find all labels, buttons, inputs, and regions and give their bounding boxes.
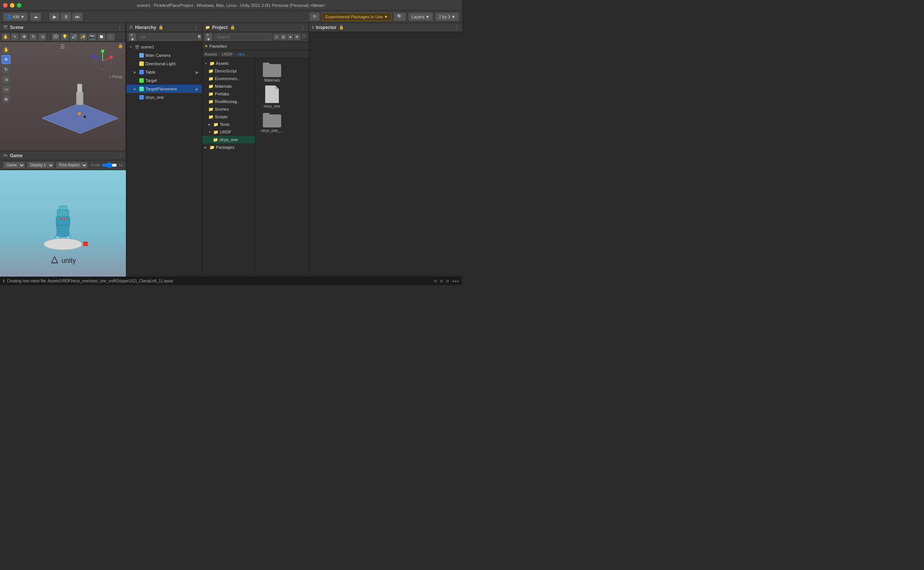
hierarchy-item-target[interactable]: Target xyxy=(126,76,202,85)
tests-icon: 📁 xyxy=(213,122,219,127)
project-add-button[interactable]: + ▼ xyxy=(204,33,212,41)
hierarchy-add-button[interactable]: + ▼ xyxy=(129,33,137,41)
layout-dropdown[interactable]: 2 by 3 ▼ xyxy=(435,13,459,21)
tree-item-packages[interactable]: ▶ 📁 Packages xyxy=(202,143,255,151)
hierarchy-item-niryo[interactable]: niryo_one xyxy=(126,93,202,101)
move-overlay-button[interactable]: ✥ xyxy=(2,55,11,64)
maximize-button[interactable] xyxy=(17,3,21,8)
tree-item-scripts[interactable]: 📁 Scripts xyxy=(202,113,255,121)
display-select[interactable]: Display 1 xyxy=(27,162,54,169)
tree-item-prefabs[interactable]: 📁 Prefabs xyxy=(202,90,255,98)
audio-button[interactable]: 🔊 xyxy=(70,33,78,41)
hierarchy-search-toggle[interactable]: 🔍 xyxy=(198,34,202,40)
svg-point-13 xyxy=(78,112,81,115)
favorites-label: Favorites xyxy=(209,44,227,48)
tree-item-environmen[interactable]: 📁 Environmen.. xyxy=(202,75,255,82)
scene-lock-icon[interactable]: 🔒 xyxy=(118,43,123,48)
project-grid-view[interactable]: ⊞ xyxy=(280,34,287,40)
environmen-icon: 📁 xyxy=(208,76,214,81)
breadcrumb-niry[interactable]: niry xyxy=(238,52,245,56)
fx-button[interactable]: ✨ xyxy=(79,33,87,41)
account-button[interactable]: 👤 KM ▼ xyxy=(3,13,28,21)
svg-rect-23 xyxy=(64,218,66,220)
inspector-panel-menu[interactable]: ⋮ xyxy=(454,24,459,31)
project-search-input[interactable] xyxy=(214,34,272,40)
tree-item-niryo-one[interactable]: 📁 niryo_one xyxy=(202,136,255,143)
tree-item-scenes[interactable]: 📁 Scenes xyxy=(202,105,255,113)
unity-text: unity xyxy=(61,257,76,265)
hierarchy-search-input[interactable] xyxy=(138,34,196,40)
scripts-label: Scripts xyxy=(215,114,228,119)
tests-label: Tests xyxy=(220,122,230,127)
hierarchy-item-directional-light[interactable]: Directional Light xyxy=(126,60,202,68)
undo-button[interactable]: ⟳ xyxy=(309,13,320,21)
hierarchy-lock-icon[interactable]: 🔒 xyxy=(158,25,164,30)
game-toolbar: Game Display 1 Free Aspect Scale 1x Play… xyxy=(0,160,126,170)
scene-gizmo: x y z xyxy=(91,50,114,72)
game-panel-menu[interactable]: ⋮ xyxy=(118,153,123,159)
project-eye-view[interactable]: 👁 xyxy=(294,34,300,40)
chevron-down-icon: ▼ xyxy=(451,14,456,19)
inspector-lock-icon[interactable]: 🔒 xyxy=(339,25,344,30)
tree-item-tests[interactable]: ▶ 📁 Tests xyxy=(202,121,255,128)
gizmos-button[interactable]: 🔲 xyxy=(97,33,106,41)
asset-niryo-file[interactable]: niryo_one xyxy=(259,85,285,108)
hierarchy-item-scene1[interactable]: ▼ 🎬 scene1 xyxy=(126,43,202,51)
tree-item-rosmessag[interactable]: 📁 RosMessag.. xyxy=(202,98,255,105)
lighting-button[interactable]: 💡 xyxy=(61,33,69,41)
scene-panel-menu[interactable]: ⋮ xyxy=(117,24,122,31)
rotate-tool-button[interactable]: ↻ xyxy=(29,33,37,41)
breadcrumb-assets[interactable]: Assets xyxy=(204,52,217,56)
hierarchy-item-target-placement[interactable]: ▶ TargetPlacement ▶ xyxy=(126,85,202,93)
cloud-button[interactable]: ☁ xyxy=(30,13,41,21)
tree-item-assets[interactable]: ▼ 📁 Assets xyxy=(202,60,255,67)
scene-view[interactable]: ✋ ✥ ↻ ⇲ ▭ ⊕ x xyxy=(0,42,126,151)
hand-overlay-button[interactable]: ✋ xyxy=(2,45,11,54)
2d-toggle-button[interactable]: 2D xyxy=(52,33,60,41)
scale-tool-button[interactable]: ⇲ xyxy=(38,33,47,41)
game-view[interactable]: unity xyxy=(0,170,126,277)
project-lock-icon[interactable]: 🔒 xyxy=(230,25,235,30)
search-icon: 🔍 xyxy=(397,14,402,19)
hierarchy-panel-menu[interactable]: ⋮ xyxy=(193,24,199,31)
scale-slider[interactable] xyxy=(102,163,117,167)
aspect-select[interactable]: Free Aspect xyxy=(56,162,88,169)
search-button[interactable]: 🔍 xyxy=(394,13,406,21)
packages-icon: 📁 xyxy=(209,145,215,150)
traffic-lights[interactable] xyxy=(3,3,21,8)
minimize-button[interactable] xyxy=(10,3,14,8)
asset-niryo-folder[interactable]: niryo_one_... xyxy=(259,111,285,133)
close-button[interactable] xyxy=(3,3,8,8)
move-tool-button[interactable]: ✥ xyxy=(20,33,28,41)
project-panel-header: 📁 Project 🔒 ⋮ xyxy=(202,23,309,32)
rect-overlay-button[interactable]: ▭ xyxy=(2,85,11,94)
play-icon: ▶ xyxy=(53,14,56,19)
asset-materials[interactable]: Materials xyxy=(259,61,285,82)
scene-top-menu[interactable]: ☰ xyxy=(60,43,65,50)
project-star-view[interactable]: ★ xyxy=(287,34,293,40)
tree-item-demoscript[interactable]: 📁 DemoScript xyxy=(202,67,255,75)
svg-rect-18 xyxy=(57,225,69,237)
hierarchy-item-table[interactable]: ▶ Table ▶ xyxy=(126,68,202,76)
tree-item-urdf[interactable]: ▼ 📁 URDF xyxy=(202,128,255,136)
transform-overlay-button[interactable]: ⊕ xyxy=(2,95,11,104)
hierarchy-item-main-camera[interactable]: Main Camera xyxy=(126,51,202,60)
tree-item-materials[interactable]: 📁 Materials xyxy=(202,82,255,90)
step-button[interactable]: ⏭ xyxy=(72,13,83,21)
experimental-packages-button[interactable]: Experimental Packages In Use ▼ xyxy=(322,13,391,21)
scene-more-button[interactable]: ⋮ xyxy=(106,33,115,41)
camera-label: Main Camera xyxy=(145,53,171,58)
scale-overlay-button[interactable]: ⇲ xyxy=(2,75,11,84)
scene-cam-button[interactable]: 📷 xyxy=(88,33,97,41)
chevron-down-icon: ▼ xyxy=(425,14,430,19)
game-dropdown[interactable]: Game xyxy=(3,162,25,169)
breadcrumb-urdf[interactable]: URDF xyxy=(222,52,233,56)
hand-tool-button[interactable]: ✋ xyxy=(2,33,10,41)
pause-button[interactable]: ⏸ xyxy=(61,13,71,21)
layers-dropdown[interactable]: Layers ▼ xyxy=(408,13,433,21)
project-panel-menu[interactable]: ⋮ xyxy=(300,24,306,31)
play-button[interactable]: ▶ xyxy=(49,13,60,21)
rotate-overlay-button[interactable]: ↻ xyxy=(2,65,11,74)
project-list-view[interactable]: ≡ xyxy=(274,34,280,40)
select-tool-button[interactable]: ↖ xyxy=(11,33,19,41)
